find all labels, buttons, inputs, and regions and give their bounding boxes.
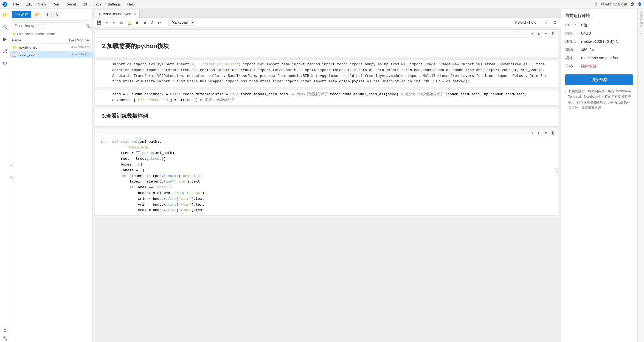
stop-button[interactable]: ■ <box>142 19 147 26</box>
info-row-spec: 规格： modelarts.vm.gpu.free <box>565 56 633 61</box>
sidebar-icon-settings[interactable]: ⚙ <box>1 327 9 334</box>
collapse-right-panel-button[interactable]: ◁ <box>555 168 561 174</box>
far-right-label: CSDN @aoixapy <box>639 11 643 34</box>
cell-code[interactable]: import os import sys sys.path.insert(0, … <box>109 60 558 87</box>
cut-button[interactable]: ✂ <box>111 19 117 26</box>
info-label-cpu: CPU： <box>565 23 579 28</box>
info-label-spec: 规格： <box>565 56 579 61</box>
info-label-gpu: GPU： <box>565 39 579 44</box>
add-cell-button[interactable]: + <box>104 19 109 26</box>
left-nav-btn-1[interactable]: ◁ <box>10 162 13 168</box>
cell-add-above[interactable]: + <box>530 31 535 36</box>
paste-button[interactable]: 📋 <box>125 19 133 26</box>
info-row-gpu: GPU： nvidia-p100(16GB)* 1 <box>565 39 633 44</box>
sidebar-icon-run[interactable]: ▶ <box>1 35 9 43</box>
cell-code-imports: import os import sys sys.path.insert(0, … <box>95 59 558 87</box>
sidebar-icon-extensions[interactable]: ⬡ <box>1 59 9 67</box>
cell-move-up[interactable]: ▲ <box>536 31 542 36</box>
markdown-h2: 2.加载需要的python模块 <box>102 42 552 50</box>
info-row-arch: 架构： x86_64 <box>565 47 633 52</box>
tab-file-icon: ■ <box>99 12 100 16</box>
list-item[interactable]: 📋 rebar_coun... a minute ago <box>10 51 92 58</box>
search-input[interactable] <box>12 22 84 29</box>
notice-text: 切换资源后，将影响实例下所有Notebook与Terminal。Notebook… <box>568 88 633 111</box>
notebook-area: ■ rebar_count.ipynb ✕ 💾 + ✂ ⧉ 📋 ▶ ■ ↺ ⏭ … <box>93 9 561 342</box>
notebook-tab[interactable]: ■ rebar_count.ipynb ✕ <box>95 10 140 18</box>
sidebar-icon-git[interactable]: ⎇ <box>1 47 9 55</box>
cell-code-readxml: + ▲ ▼ 🗑 [3] def read_xml(xml_path): '''读… <box>95 129 558 216</box>
timer-icon: ⏱ <box>594 2 598 6</box>
switch-spec-button[interactable]: 切换规格 <box>565 74 633 85</box>
menu-run[interactable]: Run <box>51 2 60 7</box>
cell-delete[interactable]: 🗑 <box>550 31 556 36</box>
cell-move-down[interactable]: ▼ <box>543 31 549 36</box>
menu-help[interactable]: Help <box>126 2 136 7</box>
cell-code-seed: seed = 0 cudnn.benchmark = False cudnn.d… <box>95 89 558 106</box>
menu-kernel[interactable]: Kernel <box>64 2 77 7</box>
folder-icon: 📁 <box>12 45 17 49</box>
menu-file[interactable]: File <box>12 2 20 7</box>
new-button[interactable]: + + 新建 <box>12 11 31 18</box>
folder-icon: 📁 <box>12 32 16 36</box>
cell-type-select[interactable]: Markdown Code Raw <box>168 19 195 26</box>
col-name-header: Name <box>12 38 60 42</box>
cell-move-up[interactable]: ▲ <box>536 130 542 136</box>
menu-git[interactable]: Git <box>81 2 88 7</box>
markdown-h3: 3.查看训练数据样例 <box>102 113 552 120</box>
folder-button[interactable]: 📂 <box>33 11 42 18</box>
toolbar-divider <box>166 19 166 26</box>
file-name: rebar_coun... <box>18 52 58 57</box>
user-icon[interactable]: 👤 <box>637 2 642 6</box>
cell-toolbar: + ▲ ▼ 🗑 <box>95 129 558 137</box>
save-button[interactable]: 💾 <box>95 19 103 26</box>
upload-button[interactable]: ⬆ <box>44 11 52 18</box>
power-icon[interactable]: ⏻ <box>631 2 634 6</box>
svg-text:J: J <box>4 3 6 6</box>
kernel-status-circle: ○ <box>539 21 541 24</box>
info-value-spec: modelarts.vm.gpu.free <box>581 56 619 61</box>
cell-add-above[interactable]: + <box>530 130 535 136</box>
kernel-name: Pytorch-1.0.0 <box>515 20 536 24</box>
info-value-arch: x86_64 <box>581 47 594 52</box>
menu-edit[interactable]: Edit <box>24 2 33 7</box>
menu-view[interactable]: View <box>37 2 47 7</box>
refresh-button[interactable]: ↻ <box>53 11 61 18</box>
copy-button[interactable]: ⧉ <box>118 19 124 26</box>
file-time: a minute ago <box>60 45 90 49</box>
sidebar-icon-search[interactable]: 🔍 <box>1 23 9 31</box>
info-label-memory: 内存： <box>565 31 579 36</box>
tab-title: rebar_count.ipynb <box>103 12 131 16</box>
tab-close-button[interactable]: ✕ <box>133 12 136 16</box>
menu-settings[interactable]: Settings <box>107 2 122 7</box>
cell-markdown-1: + ▲ ▼ 🗑 2.加载需要的python模块 <box>95 29 558 57</box>
cell-number <box>95 60 109 87</box>
info-row-cpu: CPU： 8核 <box>565 23 633 28</box>
cell-code[interactable]: seed = 0 cudnn.benchmark = False cudnn.d… <box>109 89 558 105</box>
cell-code[interactable]: def read_xml(xml_path): '''读取xml标签''' tr… <box>109 137 558 215</box>
cell-delete[interactable]: 🗑 <box>550 130 556 136</box>
restart-run-button[interactable]: ⏭ <box>156 19 164 26</box>
info-value-gpu: nvidia-p100(16GB)* 1 <box>581 39 618 44</box>
code-cell-body: [3] def read_xml(xml_path): '''读取xml标签''… <box>95 137 558 215</box>
sidebar-icon-tools[interactable]: 🔧 <box>1 334 9 342</box>
code-cell-body: import os import sys sys.path.insert(0, … <box>95 60 558 87</box>
menu-tabs[interactable]: Tabs <box>92 2 102 7</box>
left-nav-btn-2[interactable]: ◁ <box>10 174 13 180</box>
notebook-toolbar: 💾 + ✂ ⧉ 📋 ▶ ■ ↺ ⏭ Markdown Code Raw Pyto… <box>93 18 561 27</box>
notebook-content[interactable]: + ▲ ▼ 🗑 2.加载需要的python模块 import os import… <box>93 27 561 342</box>
sidebar-icon-files[interactable]: 📁 <box>1 11 9 19</box>
search-bar: 🔍 <box>10 21 92 31</box>
far-right-panel: CSDN @aoixapy <box>637 9 644 342</box>
settings-button[interactable]: ⚙ <box>552 19 558 26</box>
list-item[interactable]: 📁 .ipynb_chec... a minute ago <box>10 44 92 51</box>
run-button[interactable]: ▶ <box>134 19 141 26</box>
restart-button[interactable]: ↺ <box>149 19 155 26</box>
share-button[interactable]: ↗ <box>543 19 549 26</box>
info-icon: ℹ <box>565 89 567 111</box>
app-logo: J <box>2 2 8 7</box>
file-panel-toolbar: + + 新建 📂 ⬆ ↻ <box>10 9 92 21</box>
main-layout: 📁 🔍 ▶ ⎇ ⬡ ⚙ 🔧 + + 新建 📂 ⬆ ↻ 🔍 📁 / ma_shar… <box>0 9 644 342</box>
icon-sidebar: 📁 🔍 ▶ ⎇ ⬡ ⚙ 🔧 <box>0 9 10 342</box>
cell-move-down[interactable]: ▼ <box>543 130 549 136</box>
menu-bar-right: ⏱ 剩余时间:58分钟 ⏻ 👤 <box>594 2 642 7</box>
